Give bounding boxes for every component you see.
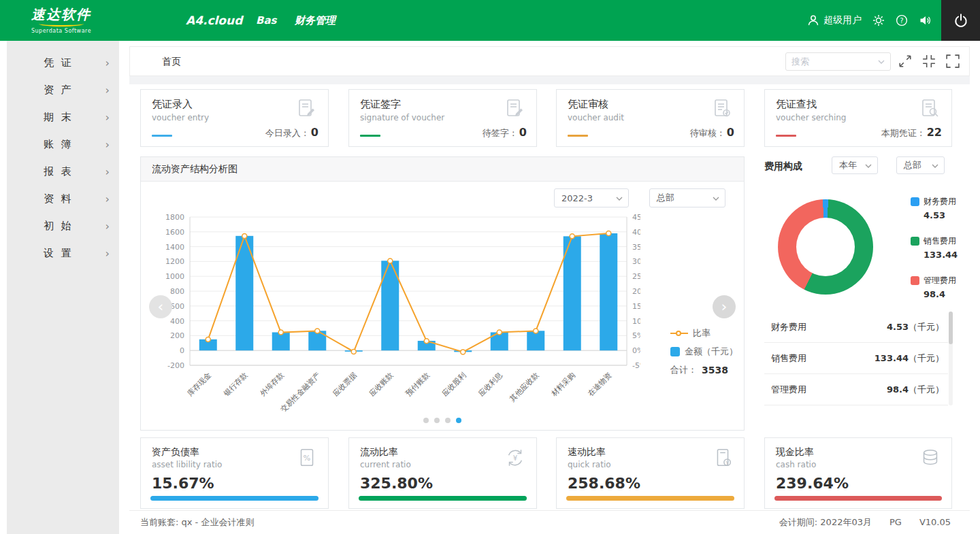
card-voucher-search[interactable]: 凭证查找 voucher serching 本期凭证：22 [764,89,952,147]
card-current-ratio[interactable]: 流动比率 current ratio ¥ 325.80% [348,437,537,509]
page-dot[interactable] [456,418,461,423]
voucher-search-icon [917,97,942,121]
progress-bar [774,496,942,501]
card-quick-ratio[interactable]: 速动比率 quick ratio ¥ 258.68% [556,437,745,509]
svg-text:0%: 0% [632,346,640,355]
accent-bar [568,135,588,137]
sidebar-item-books[interactable]: 账 簿› [7,131,119,158]
tab-home[interactable]: 首页 [162,47,181,76]
period-select[interactable]: 2022-3 [554,188,629,207]
card-stat: 今日录入：0 [265,126,318,139]
row-label: 财务费用 [771,321,806,333]
legend-value: 133.44 [924,250,958,260]
sidebar-item-label: 报 表 [44,165,74,178]
sidebar-item-voucher[interactable]: 凭 证› [7,49,119,76]
gear-icon[interactable] [872,14,885,27]
logout-power-button[interactable] [941,0,980,41]
page-dot[interactable] [434,418,440,423]
scrollbar-thumb[interactable] [949,312,953,344]
app-logo[interactable]: 速达软件 Superdata Software [0,0,122,41]
svg-text:材料采购: 材料采购 [550,371,577,398]
svg-text:10%: 10% [632,317,640,326]
card-voucher-sign[interactable]: 凭证签字 signature of voucher 待签字：0 [348,89,537,147]
product-label: A4.cloud [186,0,242,41]
svg-text:15%: 15% [632,302,640,311]
legend-admin-expense[interactable]: 管理费用 98.4 [911,275,958,299]
svg-text:应收股利: 应收股利 [440,371,468,398]
svg-text:外埠存款: 外埠存款 [259,371,286,398]
sidebar-item-settings[interactable]: 设 置› [7,239,119,267]
expand-arrows-icon[interactable] [898,54,912,68]
nav-module-finance[interactable]: 财务管理 [295,0,336,41]
sidebar-item-data[interactable]: 资 料› [7,185,119,212]
search-combobox[interactable] [785,52,891,71]
pg-label: PG [889,511,902,534]
swatch-icon [911,197,919,206]
svg-text:预付账款: 预付账款 [404,371,431,398]
chevron-down-icon [878,60,885,64]
sidebar-item-label: 初 始 [44,220,74,233]
exit-fullscreen-icon[interactable] [922,54,936,68]
chart-next-button[interactable]: › [713,295,736,318]
voucher-audit-icon [710,97,734,121]
help-icon[interactable]: ? [896,14,908,27]
page-dot[interactable] [445,418,451,423]
year-select[interactable]: 本年 [832,156,878,174]
svg-text:银行存款: 银行存款 [221,371,249,399]
assets-structure-chart: -200020040060080010001200140016001800-5%… [150,207,640,412]
select-value: 总部 [657,192,674,204]
svg-text:5%: 5% [632,331,640,340]
svg-text:其他应收款: 其他应收款 [508,371,540,403]
search-input[interactable] [786,56,878,67]
sidebar-item-initial[interactable]: 初 始› [7,212,119,239]
sound-icon[interactable] [919,14,931,27]
svg-text:应收利息: 应收利息 [477,371,504,398]
svg-text:1200: 1200 [165,257,184,266]
org-select[interactable]: 总部 [649,188,725,207]
scrollbar-track[interactable] [949,312,953,405]
chevron-down-icon [616,197,623,201]
svg-text:¥: ¥ [513,454,518,462]
legend-finance-expense[interactable]: 财务费用 4.53 [911,196,958,220]
card-voucher-entry[interactable]: 凭证录入 voucher entry 今日录入：0 [140,89,329,147]
page-dot[interactable] [423,418,429,423]
card-title: 速动比率 [568,446,606,458]
accent-bar [776,135,796,137]
table-row: 销售费用 133.44（千元） [764,343,948,374]
card-title: 流动比率 [360,446,398,458]
table-row: 财务费用 4.53（千元） [764,312,948,343]
svg-text:1600: 1600 [165,228,184,237]
select-value: 本年 [839,159,857,171]
user-menu[interactable]: 超级用户 [807,14,862,27]
legend-label: 销售费用 [924,235,956,247]
svg-text:1800: 1800 [165,213,184,222]
topbar: 速达软件 Superdata Software A4.cloud Bas 财务管… [0,0,980,41]
card-cash-ratio[interactable]: 现金比率 cash ratio 239.64% [764,437,952,509]
sidebar-item-assets[interactable]: 资 产› [7,76,119,103]
sidebar-item-period-end[interactable]: 期 末› [7,103,119,131]
chart-legend: 比率 金额（千元） 合计：3538 [670,327,738,382]
sidebar-item-reports[interactable]: 报 表› [7,158,119,185]
chart-prev-button[interactable]: ‹ [149,295,172,318]
card-voucher-audit[interactable]: 凭证审核 voucher audit 待审核：0 [556,89,745,147]
legend-bar-amount[interactable]: 金额（千元） [670,346,738,358]
svg-text:%: % [304,453,311,463]
topbar-right: 超级用户 ? [807,0,931,41]
svg-text:在途物资: 在途物资 [586,371,613,398]
legend-line-ratio[interactable]: 比率 [670,327,738,339]
total-value: 3538 [702,365,728,376]
sidebar-item-label: 账 簿 [44,138,74,151]
fullscreen-icon[interactable] [946,54,960,68]
svg-text:400: 400 [170,317,184,326]
svg-text:应收票据: 应收票据 [331,371,359,398]
select-value: 2022-3 [561,193,593,203]
row-label: 销售费用 [771,352,806,365]
card-title: 资产负债率 [152,446,199,458]
chevron-right-icon: › [105,247,110,260]
stat-value: 0 [727,126,734,139]
svg-text:0: 0 [180,346,184,355]
org-select[interactable]: 总部 [896,156,945,174]
legend-sales-expense[interactable]: 销售费用 133.44 [911,235,958,260]
card-asset-liability-ratio[interactable]: 资产负债率 asset libility ratio % 15.67% [140,437,329,509]
progress-bar [566,496,734,501]
